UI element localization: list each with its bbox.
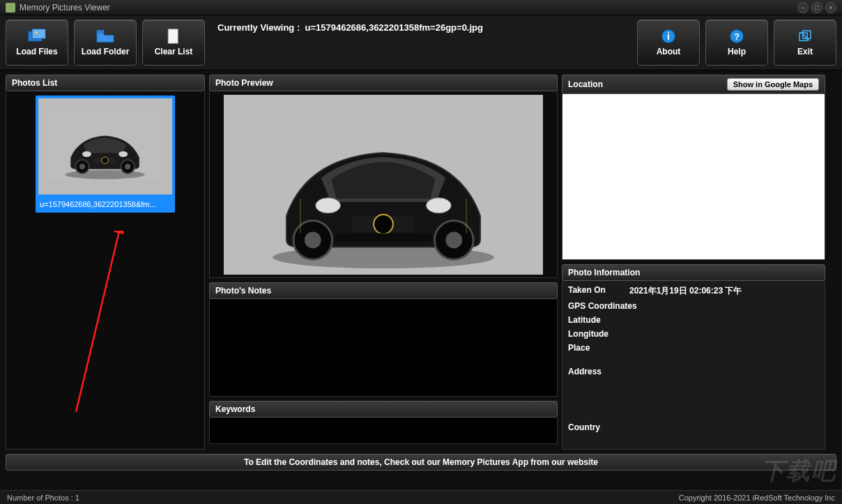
svg-line-21	[76, 231, 122, 412]
photos-list-title: Photos List	[12, 78, 57, 88]
minimize-button[interactable]: –	[797, 2, 809, 13]
svg-rect-1	[32, 29, 45, 39]
country-label: Country	[568, 422, 600, 432]
info-country: Country	[568, 422, 819, 432]
location-title: Location	[568, 79, 603, 89]
latitude-label: Latitude	[568, 315, 601, 325]
photo-preview-title: Photo Preview	[215, 78, 273, 88]
info-taken-on: Taken On 2021年1月19日 02:06:23 下午	[568, 285, 819, 297]
photo-information-header: Photo Information	[562, 264, 825, 281]
annotation-arrow	[69, 231, 194, 433]
exit-icon	[795, 29, 815, 44]
photos-list-header: Photos List	[6, 75, 205, 91]
svg-rect-32	[335, 233, 432, 241]
taken-on-label: Taken On	[568, 285, 617, 297]
currently-viewing-file: u=1579462686,3622201358fm=26gp=0.jpg	[305, 22, 483, 33]
help-icon: ?	[727, 29, 747, 44]
clear-list-label: Clear List	[155, 47, 193, 56]
load-files-button[interactable]: Load Files	[6, 20, 68, 66]
svg-point-17	[82, 151, 91, 157]
photo-preview-header: Photo Preview	[209, 75, 558, 91]
photos-notes-header: Photo's Notes	[209, 282, 558, 299]
help-button[interactable]: ? Help	[705, 20, 768, 66]
keywords-title: Keywords	[215, 404, 255, 414]
info-longitude: Longitude	[568, 329, 819, 339]
photo-information-panel: Photo Information Taken On 2021年1月19日 02…	[562, 264, 825, 450]
svg-point-18	[119, 151, 128, 157]
svg-point-20	[102, 157, 109, 164]
preview-image	[224, 95, 543, 275]
blank-page-icon	[164, 29, 183, 44]
car-icon	[48, 105, 162, 187]
about-button[interactable]: i About	[637, 20, 700, 66]
photo-information-title: Photo Information	[568, 268, 640, 277]
currently-viewing-label: Currently Viewing :	[217, 22, 300, 33]
taken-on-value: 2021年1月19日 02:06:23 下午	[629, 285, 742, 297]
svg-point-31	[374, 214, 393, 234]
load-folder-button[interactable]: Load Folder	[74, 20, 137, 66]
svg-point-27	[445, 231, 462, 248]
photos-notes-title: Photo's Notes	[215, 286, 271, 296]
svg-rect-4	[168, 29, 178, 43]
exit-button[interactable]: Exit	[774, 20, 836, 66]
photos-notes-body[interactable]	[209, 299, 558, 397]
right-column: Location Show in Google Maps Photo Infor…	[562, 75, 825, 450]
exit-label: Exit	[797, 47, 813, 56]
svg-point-28	[316, 197, 341, 213]
keywords-panel: Keywords	[209, 401, 558, 444]
close-button[interactable]: ×	[825, 2, 836, 13]
help-label: Help	[728, 47, 746, 56]
location-header: Location Show in Google Maps	[562, 75, 825, 94]
car-preview-icon	[224, 95, 543, 275]
info-address: Address	[568, 367, 819, 376]
load-folder-label: Load Folder	[82, 47, 130, 56]
titlebar: Memory Pictures Viewer – □ ×	[0, 0, 842, 15]
copyright: Copyright 2016-2021 iRedSoft Technology …	[679, 494, 835, 502]
info-latitude: Latitude	[568, 315, 819, 325]
photos-list-body[interactable]: u=1579462686,3622201358&fm...	[6, 91, 205, 450]
about-label: About	[657, 47, 681, 56]
address-label: Address	[568, 367, 602, 376]
place-label: Place	[568, 343, 590, 353]
app-icon	[6, 3, 15, 13]
thumbnail-selected[interactable]: u=1579462686,3622201358&fm...	[36, 96, 175, 213]
info-icon: i	[659, 29, 678, 44]
toolbar: Load Files Load Folder Clear List Curren…	[0, 15, 842, 70]
photos-icon	[27, 29, 47, 44]
svg-text:?: ?	[734, 32, 740, 42]
location-panel: Location Show in Google Maps	[562, 75, 825, 260]
map-area[interactable]	[562, 94, 825, 260]
longitude-label: Longitude	[568, 329, 608, 339]
photo-count: Number of Photos : 1	[7, 494, 79, 502]
svg-point-16	[125, 164, 131, 169]
thumbnail-image	[38, 98, 172, 194]
photo-information-body: Taken On 2021年1月19日 02:06:23 下午 GPS Coor…	[562, 281, 825, 450]
keywords-header: Keywords	[209, 401, 558, 418]
thumbnail-filename: u=1579462686,3622201358&fm...	[38, 194, 172, 210]
folder-icon	[95, 29, 115, 44]
middle-column: Photo Preview	[209, 75, 558, 450]
footer-website-link[interactable]: To Edit the Coordinates and notes, Check…	[6, 454, 836, 471]
photo-preview-panel: Photo Preview	[209, 75, 558, 278]
photo-preview-body	[209, 91, 558, 278]
show-in-google-maps-button[interactable]: Show in Google Maps	[727, 78, 819, 91]
photos-list-panel: Photos List	[6, 75, 205, 450]
statusbar: Number of Photos : 1 Copyright 2016-2021…	[0, 490, 842, 504]
currently-viewing: Currently Viewing : u=1579462686,3622201…	[210, 20, 632, 66]
maximize-button[interactable]: □	[811, 2, 822, 13]
svg-text:i: i	[667, 31, 670, 42]
gps-label: GPS Coordinates	[568, 301, 637, 311]
svg-point-29	[427, 197, 452, 213]
window-title: Memory Pictures Viewer	[20, 3, 797, 13]
info-place: Place	[568, 343, 819, 353]
info-gps: GPS Coordinates	[568, 301, 819, 311]
svg-rect-3	[97, 30, 105, 33]
photos-notes-panel: Photo's Notes	[209, 282, 558, 397]
content-area: Photos List	[0, 70, 842, 450]
keywords-body[interactable]	[209, 418, 558, 444]
svg-point-2	[35, 31, 38, 34]
svg-point-26	[305, 231, 321, 248]
load-files-label: Load Files	[16, 47, 57, 56]
clear-list-button[interactable]: Clear List	[142, 20, 205, 66]
svg-point-15	[79, 164, 85, 169]
